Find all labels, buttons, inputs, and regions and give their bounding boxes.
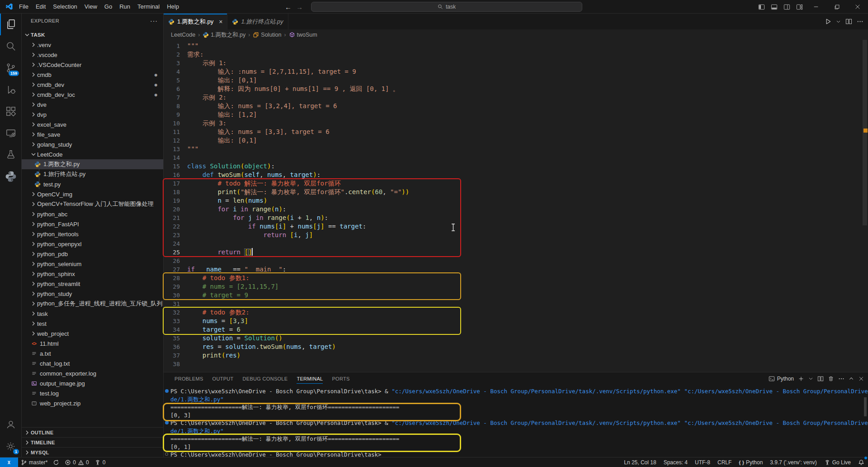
activity-testing[interactable] — [0, 144, 21, 166]
breadcrumb-item-twoSum[interactable]: twoSum — [289, 32, 317, 38]
tree-folder-cmdb[interactable]: cmdb● — [22, 70, 163, 80]
tree-folder-python_FastAPI[interactable]: python_FastAPI — [22, 219, 163, 229]
activity-run-debug[interactable] — [0, 79, 21, 100]
panel-tab-output[interactable]: OUTPUT — [209, 372, 237, 385]
tree-folder-LeetCode[interactable]: LeetCode — [22, 149, 163, 159]
status-language-mode[interactable]: { }Python — [735, 457, 766, 467]
tree-root-task[interactable]: TASK — [22, 30, 163, 40]
tree-folder-python_openpyxl[interactable]: python_openpyxl — [22, 239, 163, 249]
editor-more-actions-icon[interactable] — [857, 18, 863, 25]
status-encoding[interactable]: UTF-8 — [691, 457, 714, 467]
run-python-file-icon[interactable] — [825, 18, 831, 25]
tree-folder-python_itertools[interactable]: python_itertools — [22, 229, 163, 239]
status-indentation[interactable]: Spaces: 4 — [660, 457, 691, 467]
tree-folder-dve[interactable]: dve — [22, 100, 163, 110]
tree-folder-python_abc[interactable]: python_abc — [22, 209, 163, 219]
activity-remote-explorer[interactable] — [0, 122, 21, 144]
toggle-sidebar-icon[interactable] — [755, 0, 768, 14]
command-center-search[interactable]: task — [311, 2, 582, 12]
split-terminal-icon[interactable] — [817, 376, 824, 382]
tree-folder-cmdb_dev_loc[interactable]: cmdb_dev_loc● — [22, 90, 163, 100]
status-eol[interactable]: CRLF — [714, 457, 735, 467]
tree-folder-file_save[interactable]: file_save — [22, 129, 163, 139]
tree-folder-python_pdb[interactable]: python_pdb — [22, 249, 163, 259]
tree-file-test.log[interactable]: test.log — [22, 388, 163, 398]
terminal-output[interactable]: PS C:\Users\wxe5szh\OneDrive - Bosch Gro… — [164, 385, 868, 457]
tree-folder-.venv[interactable]: .venv — [22, 40, 163, 50]
tree-folder-python_多任务_进程_线程_进程池_互斥锁_队列[interactable]: python_多任务_进程_线程_进程池_互斥锁_队列 — [22, 299, 163, 309]
status-notifications[interactable] — [854, 457, 868, 467]
tree-file-11.html[interactable]: <>11.html — [22, 338, 163, 348]
tab-1.旅行终点站.py[interactable]: 1.旅行终点站.py — [227, 14, 288, 29]
toggle-panel-icon[interactable] — [768, 0, 780, 14]
breadcrumb-item-LeetCode[interactable]: LeetCode — [171, 32, 195, 38]
minimize-button[interactable] — [806, 0, 826, 14]
status-git-branch[interactable]: master* — [18, 457, 50, 467]
menu-edit[interactable]: Edit — [32, 1, 49, 12]
close-tab-icon[interactable]: × — [219, 18, 222, 25]
menu-file[interactable]: File — [15, 1, 32, 12]
status-sync[interactable] — [50, 457, 62, 467]
tree-folder-python_selenium[interactable]: python_selenium — [22, 259, 163, 269]
terminal-dropdown-icon[interactable] — [808, 376, 813, 381]
tree-folder-.VSCodeCounter[interactable]: .VSCodeCounter — [22, 60, 163, 70]
tree-folder-dvp[interactable]: dvp — [22, 110, 163, 119]
menu-view[interactable]: View — [81, 1, 101, 12]
tree-file-a.txt[interactable]: a.txt — [22, 348, 163, 358]
activity-explorer[interactable] — [0, 14, 21, 35]
panel-tab-problems[interactable]: PROBLEMS — [171, 372, 207, 385]
activity-account[interactable] — [0, 414, 21, 435]
tree-folder-test[interactable]: test — [22, 319, 163, 329]
activity-source-control[interactable]: 159 — [0, 57, 21, 79]
activity-extensions[interactable] — [0, 100, 21, 122]
run-dropdown-icon[interactable] — [836, 19, 841, 24]
panel-tab-debug-console[interactable]: DEBUG CONSOLE — [239, 372, 292, 385]
tree-file-output_image.jpg[interactable]: output_image.jpg — [22, 378, 163, 388]
status-ports[interactable]: 0 — [92, 457, 108, 467]
toggle-secondary-sidebar-icon[interactable] — [780, 0, 793, 14]
tree-file-web_project.zip[interactable]: web_project.zip — [22, 398, 163, 408]
activity-python[interactable] — [0, 166, 21, 187]
editor-scrollbar[interactable] — [863, 40, 867, 225]
breadcrumb-item-1.两数之和.py[interactable]: 1.两数之和.py — [203, 31, 245, 39]
tree-folder-python_sphinx[interactable]: python_sphinx — [22, 269, 163, 279]
tree-folder-golang_study[interactable]: golang_study — [22, 139, 163, 149]
panel-tab-terminal[interactable]: TERMINAL — [293, 372, 326, 385]
activity-search[interactable] — [0, 35, 21, 57]
tree-folder-python_streamlit[interactable]: python_streamlit — [22, 279, 163, 289]
section-timeline[interactable]: TIMELINE — [22, 437, 163, 447]
tree-folder-task[interactable]: task — [22, 309, 163, 319]
close-panel-icon[interactable] — [858, 376, 864, 382]
tree-folder-excel_save[interactable]: excel_save — [22, 119, 163, 129]
explorer-more-icon[interactable]: ··· — [150, 17, 158, 24]
tree-folder-web_project[interactable]: web_project — [22, 329, 163, 338]
kill-terminal-icon[interactable] — [828, 376, 834, 382]
panel-more-actions-icon[interactable] — [838, 376, 844, 382]
status-python-interpreter[interactable]: 3.9.7 ('.venv': venv) — [766, 457, 820, 467]
customize-layout-icon[interactable] — [793, 0, 806, 14]
new-terminal-icon[interactable] — [798, 376, 804, 382]
forward-arrow-icon[interactable]: → — [296, 3, 303, 11]
tree-file-1.两数之和.py[interactable]: 1.两数之和.py — [22, 159, 163, 169]
tree-file-1.旅行终点站.py[interactable]: 1.旅行终点站.py — [22, 169, 163, 179]
tree-file-common_exporter.log[interactable]: common_exporter.log — [22, 368, 163, 378]
status-cursor-position[interactable]: Ln 25, Col 18 — [620, 457, 660, 467]
panel-tab-ports[interactable]: PORTS — [328, 372, 353, 385]
section-outline[interactable]: OUTLINE — [22, 427, 163, 437]
menu-go[interactable]: Go — [101, 1, 116, 12]
tree-folder-python_study[interactable]: python_study — [22, 289, 163, 299]
menu-help[interactable]: Help — [163, 1, 183, 12]
close-window-button[interactable] — [847, 0, 868, 14]
tree-folder-cmdb_dev[interactable]: cmdb_dev● — [22, 80, 163, 90]
tree-folder-.vscode[interactable]: .vscode — [22, 50, 163, 60]
maximize-panel-icon[interactable] — [849, 376, 854, 381]
split-editor-icon[interactable] — [845, 18, 852, 25]
code-editor[interactable]: 1"""2需求:3 示例 1:4 输入: :nums = [2,7,11,15]… — [164, 40, 868, 372]
activity-settings[interactable]: 1 — [0, 435, 21, 457]
tree-file-chat_log.txt[interactable]: chat_log.txt — [22, 358, 163, 368]
tree-file-test.py[interactable]: test.py — [22, 179, 163, 189]
status-remote-indicator[interactable] — [0, 457, 18, 467]
status-go-live[interactable]: Go Live — [821, 457, 854, 467]
back-arrow-icon[interactable]: ← — [285, 3, 292, 11]
breadcrumb-item-Solution[interactable]: Solution — [253, 32, 281, 38]
